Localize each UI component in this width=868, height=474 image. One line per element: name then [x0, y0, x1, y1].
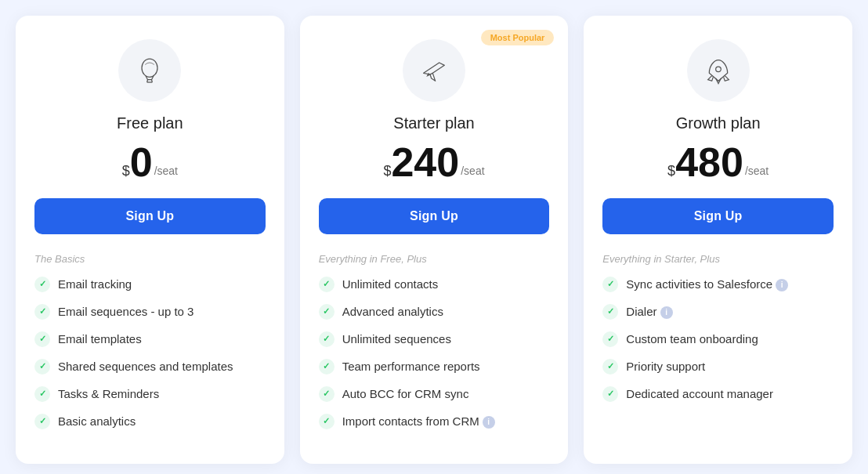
check-icon [34, 304, 50, 320]
feature-text: Tasks & Reminders [58, 385, 266, 402]
feature-item: Custom team onboarding [602, 331, 834, 347]
info-icon[interactable]: i [660, 306, 673, 319]
price-seat: /seat [461, 165, 484, 176]
features-list: Email tracking Email sequences - up to 3… [34, 276, 266, 440]
feature-text: Team performance reports [342, 358, 550, 374]
feature-text: Unlimited sequences [342, 331, 550, 347]
check-icon [319, 386, 335, 402]
feature-item: Import contacts from CRMi [319, 413, 550, 429]
feature-text: Basic analytics [58, 413, 266, 429]
price-amount: 0 [130, 142, 153, 183]
plan-icon-circle [118, 39, 181, 102]
feature-item: Email sequences - up to 3 [34, 303, 266, 320]
feature-item: Email templates [34, 331, 266, 347]
plan-price: $ 240 /seat [383, 142, 484, 183]
feature-item: Sync activities to Salesforcei [602, 276, 834, 292]
check-icon [602, 304, 618, 320]
feature-item: Basic analytics [34, 413, 266, 429]
plan-icon-circle [687, 39, 750, 102]
plan-name: Starter plan [393, 114, 474, 132]
feature-item: Dialeri [602, 303, 834, 320]
feature-item: Team performance reports [319, 358, 550, 374]
price-seat: /seat [154, 165, 178, 176]
svg-point-4 [715, 67, 721, 72]
info-icon[interactable]: i [483, 416, 495, 429]
price-amount: 240 [391, 142, 459, 183]
price-dollar: $ [122, 164, 130, 178]
section-label: Everything in Starter, Plus [602, 253, 720, 265]
feature-text: Shared sequences and templates [58, 358, 266, 374]
feature-text: Custom team onboarding [626, 331, 834, 347]
plan-card-starter: Most Popular Starter plan $ 240 /seat Si… [300, 16, 569, 464]
feature-text: Email templates [58, 331, 266, 347]
feature-text: Auto BCC for CRM sync [342, 385, 550, 402]
check-icon [34, 331, 50, 347]
signup-button[interactable]: Sign Up [602, 198, 834, 234]
feature-item: Tasks & Reminders [34, 385, 266, 402]
check-icon [34, 414, 50, 429]
check-icon [319, 331, 335, 347]
svg-point-0 [142, 59, 157, 77]
feature-text: Sync activities to Salesforcei [626, 276, 834, 292]
plan-icon-circle [403, 39, 465, 102]
pricing-container: Free plan $ 0 /seat Sign Up The Basics E… [16, 16, 852, 464]
check-icon [34, 277, 50, 292]
plan-name: Growth plan [676, 114, 761, 132]
feature-text: Dedicated account manager [626, 385, 834, 402]
feature-text: Dialeri [626, 303, 834, 320]
check-icon [602, 386, 618, 402]
feature-text: Advanced analytics [342, 303, 550, 320]
section-label: Everything in Free, Plus [319, 253, 427, 265]
feature-item: Unlimited sequences [319, 331, 550, 347]
feature-item: Shared sequences and templates [34, 358, 266, 374]
feature-item: Priority support [602, 358, 834, 374]
check-icon [319, 304, 335, 320]
feature-item: Unlimited contacts [319, 276, 550, 292]
price-amount: 480 [675, 142, 743, 183]
plan-price: $ 480 /seat [667, 142, 769, 183]
signup-button[interactable]: Sign Up [319, 198, 550, 234]
most-popular-badge: Most Popular [481, 30, 555, 45]
feature-text: Import contacts from CRMi [342, 413, 550, 429]
info-icon[interactable]: i [776, 279, 788, 291]
plan-card-free: Free plan $ 0 /seat Sign Up The Basics E… [16, 16, 284, 464]
signup-button[interactable]: Sign Up [34, 198, 266, 234]
feature-text: Unlimited contacts [342, 276, 550, 292]
check-icon [319, 277, 335, 292]
check-icon [602, 359, 618, 374]
check-icon [319, 359, 335, 374]
feature-text: Priority support [626, 358, 834, 374]
plan-name: Free plan [117, 114, 183, 132]
feature-item: Auto BCC for CRM sync [319, 385, 550, 402]
check-icon [34, 359, 50, 374]
plan-card-growth: Growth plan $ 480 /seat Sign Up Everythi… [584, 16, 852, 464]
check-icon [602, 277, 618, 292]
feature-item: Advanced analytics [319, 303, 550, 320]
feature-text: Email tracking [58, 276, 266, 292]
feature-item: Email tracking [34, 276, 266, 292]
feature-text: Email sequences - up to 3 [58, 303, 266, 320]
plan-price: $ 0 /seat [122, 142, 178, 183]
check-icon [319, 414, 335, 429]
check-icon [602, 331, 618, 347]
check-icon [34, 386, 50, 402]
price-dollar: $ [383, 164, 391, 178]
section-label: The Basics [34, 253, 85, 265]
feature-item: Dedicated account manager [602, 385, 834, 402]
features-list: Unlimited contacts Advanced analytics Un… [319, 276, 550, 440]
price-dollar: $ [667, 164, 675, 178]
price-seat: /seat [745, 165, 769, 176]
features-list: Sync activities to Salesforcei Dialeri C… [602, 276, 834, 413]
